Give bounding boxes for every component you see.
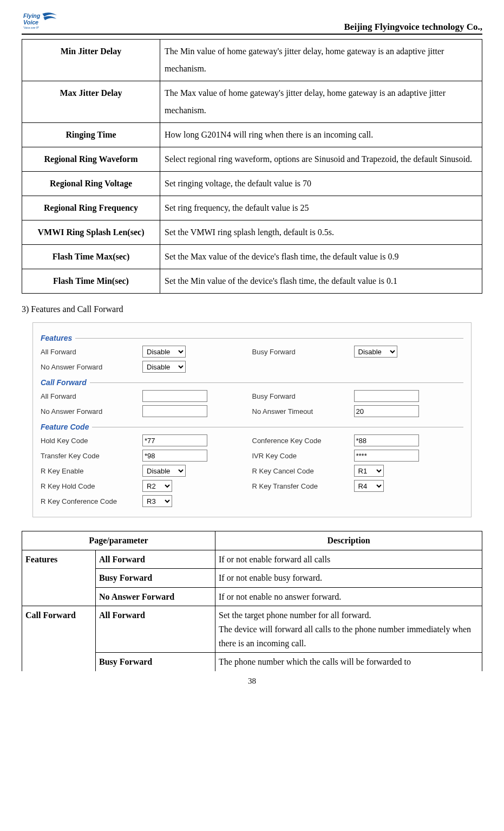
all-forward-label: All Forward: [41, 348, 138, 356]
cf-busy-forward-input[interactable]: [354, 390, 419, 402]
busy-forward-label: Busy Forward: [252, 348, 350, 356]
param-label: Regional Ring Voltage: [22, 172, 160, 196]
svg-text:'Voice over IP': 'Voice over IP': [23, 27, 39, 29]
conference-key-code-input[interactable]: [354, 434, 419, 446]
param-desc: Select regional ring waveform, options a…: [160, 147, 482, 172]
transfer-key-code-label: Transfer Key Code: [41, 452, 138, 460]
features-title: Features: [41, 334, 72, 342]
conference-key-code-label: Conference Key Code: [252, 437, 350, 445]
r-key-hold-code-label: R Key Hold Code: [41, 482, 138, 490]
param-desc: The Max value of home gateway's jitter d…: [160, 81, 482, 123]
param-label: Regional Ring Frequency: [22, 196, 160, 220]
param-label: VMWI Ring Splash Len(sec): [22, 220, 160, 245]
desc-c2-label: Busy Forward: [96, 653, 215, 671]
desc-c1-desc: Set the target phone number for all forw…: [215, 606, 482, 653]
desc-c2-desc: The phone number which the calls will be…: [215, 653, 482, 671]
section-title: 3) Features and Call Forward: [22, 304, 482, 314]
r-key-conference-code-select[interactable]: R3: [142, 495, 172, 507]
ivr-key-code-input[interactable]: [354, 450, 419, 462]
cf-no-answer-timeout-label: No Answer Timeout: [252, 407, 350, 415]
cf-no-answer-timeout-input[interactable]: [354, 405, 419, 417]
r-key-enable-select[interactable]: Disable: [142, 465, 186, 477]
param-desc: Set ring frequency, the default value is…: [160, 196, 482, 220]
param-desc: The Min value of home gateway's jitter d…: [160, 40, 482, 81]
description-table: Page/parameter Description Features All …: [22, 531, 482, 671]
busy-forward-select[interactable]: Disable: [354, 346, 397, 358]
param-label: Max Jitter Delay: [22, 81, 160, 123]
r-key-transfer-code-select[interactable]: R4: [354, 480, 384, 492]
param-label: Regional Ring Waveform: [22, 147, 160, 172]
hold-key-code-label: Hold Key Code: [41, 437, 138, 445]
param-label: Ringing Time: [22, 123, 160, 147]
callforward-group-label: Call Forward: [22, 606, 96, 671]
r-key-cancel-code-select[interactable]: R1: [354, 465, 384, 477]
r-key-hold-code-select[interactable]: R2: [142, 480, 172, 492]
param-desc: Set ringing voltage, the default value i…: [160, 172, 482, 196]
desc-f3-label: No Answer Forward: [96, 587, 215, 606]
flyingvoice-logo-icon: Flying Voice 'Voice over IP': [22, 11, 60, 33]
param-desc: How long G201N4 will ring when there is …: [160, 123, 482, 147]
desc-c1-label: All Forward: [96, 606, 215, 653]
feature-code-title: Feature Code: [41, 423, 89, 431]
cf-all-forward-input[interactable]: [142, 390, 207, 402]
r-key-cancel-code-label: R Key Cancel Code: [252, 467, 350, 475]
desc-f2-label: Busy Forward: [96, 569, 215, 588]
param-label: Flash Time Min(sec): [22, 269, 160, 294]
desc-f3-desc: If or not enable no answer forward.: [215, 587, 482, 606]
cf-all-forward-label: All Forward: [41, 392, 138, 400]
cf-no-answer-forward-label: No Answer Forward: [41, 407, 138, 415]
svg-text:Voice: Voice: [23, 19, 38, 25]
cf-no-answer-forward-input[interactable]: [142, 405, 207, 417]
r-key-transfer-code-label: R Key Transfer Code: [252, 482, 350, 490]
call-forward-title: Call Forward: [41, 378, 87, 387]
feature-code-section-header: Feature Code: [41, 423, 463, 431]
page-header: Flying Voice 'Voice over IP' Beijing Fly…: [22, 11, 482, 35]
param-label: Min Jitter Delay: [22, 40, 160, 81]
call-forward-section-header: Call Forward: [41, 378, 463, 387]
features-screenshot: Features All Forward Disable Busy Forwar…: [32, 322, 472, 517]
ivr-key-code-label: IVR Key Code: [252, 452, 350, 460]
param-label: Flash Time Max(sec): [22, 245, 160, 269]
hold-key-code-input[interactable]: [142, 434, 207, 446]
features-section-header: Features: [41, 334, 463, 342]
all-forward-select[interactable]: Disable: [142, 346, 186, 358]
page-number: 38: [22, 677, 482, 686]
parameter-table-1: Min Jitter DelayThe Min value of home ga…: [22, 39, 482, 294]
param-desc: Set the Max value of the device's flash …: [160, 245, 482, 269]
param-desc: Set the Min value of the device's flash …: [160, 269, 482, 294]
company-name: Beijing Flyingvoice technology Co.,: [344, 22, 482, 33]
desc-header-desc: Description: [215, 531, 482, 550]
r-key-conference-code-label: R Key Conference Code: [41, 497, 138, 505]
desc-f1-desc: If or not enable forward all calls: [215, 550, 482, 569]
r-key-enable-label: R Key Enable: [41, 467, 138, 475]
features-group-label: Features: [22, 550, 96, 606]
desc-header-param: Page/parameter: [22, 531, 215, 550]
desc-f2-desc: If or not enable busy forward.: [215, 569, 482, 588]
transfer-key-code-input[interactable]: [142, 450, 207, 462]
desc-f1-label: All Forward: [96, 550, 215, 569]
cf-busy-forward-label: Busy Forward: [252, 392, 350, 400]
svg-text:Flying: Flying: [23, 12, 41, 19]
logo: Flying Voice 'Voice over IP': [22, 11, 60, 33]
param-desc: Set the VMWI ring splash length, default…: [160, 220, 482, 245]
no-answer-forward-label: No Answer Forward: [41, 363, 138, 371]
no-answer-forward-select[interactable]: Disable: [142, 361, 186, 373]
